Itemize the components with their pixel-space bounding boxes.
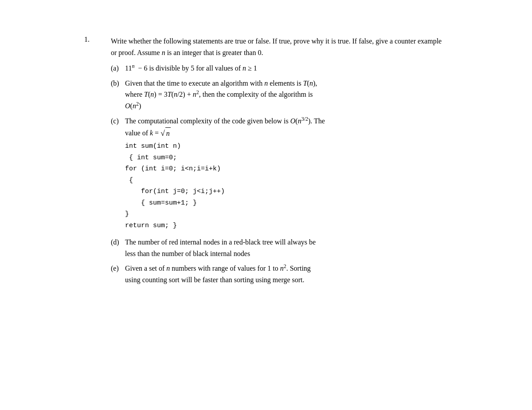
e-line1: Given a set of n numbers with range of v… (125, 264, 311, 272)
a-exp-n: n (132, 63, 134, 69)
sqrt-expression: √ n (160, 126, 171, 139)
label-d: (d) (111, 237, 120, 259)
problem-1: 1. Write whether the following statement… (84, 35, 448, 289)
d-line2: less than the number of black internal n… (125, 250, 250, 257)
problem-intro: Write whether the following statements a… (111, 35, 448, 58)
content-a: 11n − 6 is divisible by 5 for all values… (125, 63, 448, 74)
problem-content: Write whether the following statements a… (111, 35, 448, 289)
item-e: (e) Given a set of n numbers with range … (111, 263, 448, 285)
page: 1. Write whether the following statement… (66, 0, 466, 325)
c-line2: value of k = √ n (125, 129, 171, 137)
d-line1: The number of red internal nodes in a re… (125, 238, 316, 246)
b-line2: where T(n) = 3T(n/2) + n2, then the comp… (125, 91, 313, 98)
e-line2: using counting sort will be faster than … (125, 276, 305, 284)
label-a: (a) (111, 63, 120, 74)
intro-n: n (162, 49, 167, 56)
label-e: (e) (111, 263, 120, 285)
content-d: The number of red internal nodes in a re… (125, 237, 448, 259)
item-d: (d) The number of red internal nodes in … (111, 237, 448, 259)
b-line3: O(n2) (125, 102, 141, 110)
label-b: (b) (111, 78, 120, 112)
b-line1: Given that the time to execute an algori… (125, 79, 317, 87)
intro-text: Write whether the following statements a… (111, 37, 442, 56)
code-block: int sum(int n) { int sum=0; for (int i=0… (125, 141, 448, 231)
item-b: (b) Given that the time to execute an al… (111, 78, 448, 112)
sqrt-sign: √ (160, 127, 165, 139)
content-e: Given a set of n numbers with range of v… (125, 263, 448, 285)
label-c: (c) (111, 115, 120, 233)
content-b: Given that the time to execute an algori… (125, 78, 448, 112)
content-c: The computational complexity of the code… (125, 115, 448, 233)
sqrt-content: n (165, 127, 171, 139)
item-a: (a) 11n − 6 is divisible by 5 for all va… (111, 63, 448, 74)
c-line1: The computational complexity of the code… (125, 117, 325, 125)
sub-items-list: (a) 11n − 6 is divisible by 5 for all va… (111, 63, 448, 285)
intro-rest: is an integer that is greater than 0. (167, 49, 263, 56)
problem-number: 1. (84, 35, 98, 289)
item-c: (c) The computational complexity of the … (111, 115, 448, 233)
a-text: 11n − 6 is divisible by 5 for all values… (125, 64, 257, 72)
